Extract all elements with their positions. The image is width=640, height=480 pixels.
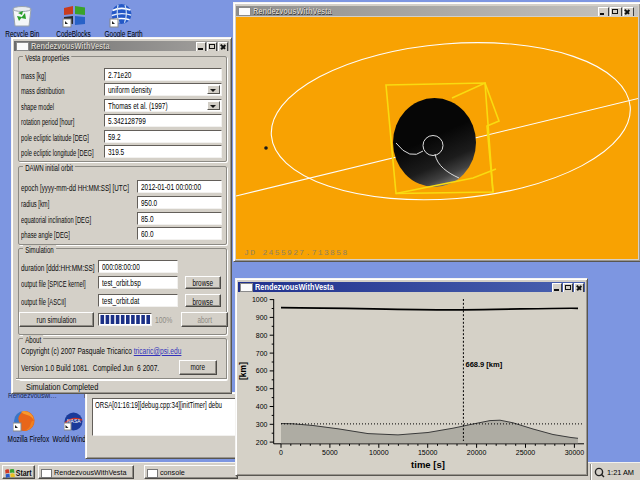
svg-text:300: 300 xyxy=(256,420,268,427)
svg-text:1000: 1000 xyxy=(252,296,268,303)
svg-text:30000: 30000 xyxy=(565,449,585,456)
svg-text:700: 700 xyxy=(256,349,268,356)
svg-text:800: 800 xyxy=(256,331,268,338)
svg-text:10000: 10000 xyxy=(369,449,389,456)
svg-text:500: 500 xyxy=(256,385,268,392)
svg-text:time [s]: time [s] xyxy=(411,459,445,470)
svg-text:15000: 15000 xyxy=(418,449,438,456)
svg-text:5000: 5000 xyxy=(322,449,338,456)
svg-text:600: 600 xyxy=(256,367,268,374)
svg-text:900: 900 xyxy=(256,313,268,320)
svg-text:20000: 20000 xyxy=(467,449,487,456)
svg-text:668.9 [km]: 668.9 [km] xyxy=(466,359,503,368)
svg-text:25000: 25000 xyxy=(516,449,536,456)
svg-text:[km]: [km] xyxy=(238,361,248,379)
svg-text:0: 0 xyxy=(279,449,283,456)
svg-text:400: 400 xyxy=(256,403,268,410)
svg-text:200: 200 xyxy=(256,438,268,445)
